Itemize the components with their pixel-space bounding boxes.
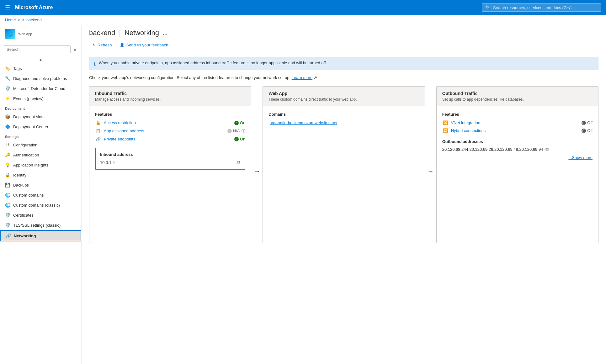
deployment-center-icon: 🔷 <box>5 124 10 129</box>
sidebar-app-icon: 🌐 <box>5 29 15 39</box>
feature-row-access-restriction: 🔒 Access restriction ✓ On <box>95 120 245 125</box>
sidebar-scroll-up[interactable]: ▲ <box>0 56 81 63</box>
vnet-icon: 🔀 <box>442 120 449 125</box>
refresh-icon: ↻ <box>92 43 96 47</box>
sidebar-item-deployment-center[interactable]: 🔷 Deployment Center <box>0 122 81 132</box>
inbound-traffic-body: Features 🔒 Access restriction ✓ On <box>89 106 251 175</box>
diagnose-icon: 🔧 <box>5 76 10 81</box>
sidebar-item-application-insights[interactable]: 💡 Application Insights <box>0 160 81 170</box>
sidebar-item-certificates[interactable]: 🛡️ Certificates <box>0 210 81 220</box>
topbar: ☰ Microsoft Azure 🔍 <box>0 0 606 15</box>
configuration-icon: ⠿ <box>5 142 10 147</box>
sidebar-item-diagnose[interactable]: 🔧 Diagnose and solve problems <box>0 73 81 83</box>
custom-domains-classic-icon: 🌐 <box>5 203 10 208</box>
app-assigned-link[interactable]: App assigned address <box>104 129 225 133</box>
domain-link[interactable]: jordanntierbackend.azurewebsites.net <box>268 120 337 125</box>
sidebar-item-networking[interactable]: 🔗 Networking <box>0 230 81 241</box>
main-layout: 🌐 Web App « ▲ 🏷️ Tags 🔧 Diagnose and sol… <box>0 25 606 364</box>
outbound-traffic-body: Features 🔀 VNet integration ◯ Off <box>437 106 598 166</box>
access-restriction-link[interactable]: Access restriction <box>104 120 232 125</box>
feature-row-hybrid: 🔁 Hybrid connections ◯ Off <box>442 128 593 133</box>
tls-icon: 🛡️ <box>5 223 10 228</box>
tags-icon: 🏷️ <box>5 66 10 71</box>
feedback-icon: 👤 <box>120 43 125 47</box>
outbound-addresses-copy-button[interactable]: ⧉ <box>545 146 549 152</box>
web-app-body: Domains jordanntierbackend.azurewebsites… <box>263 106 424 131</box>
inbound-address-value: 10.0.1.4 <box>100 160 115 165</box>
hamburger-menu[interactable]: ☰ <box>5 4 10 11</box>
arrow-webapp-to-outbound: → <box>425 168 436 175</box>
inbound-address-copy-button[interactable]: ⧉ <box>237 160 240 165</box>
content-area: ℹ When you enable private endpoints, app… <box>82 52 606 364</box>
toolbar: ↻ Refresh 👤 Send us your feedback <box>89 41 598 52</box>
outbound-traffic-card: Outbound Traffic Set up calls to app dep… <box>436 86 598 243</box>
sidebar: 🌐 Web App « ▲ 🏷️ Tags 🔧 Diagnose and sol… <box>0 25 82 364</box>
sidebar-item-defender[interactable]: 🛡️ Microsoft Defender for Cloud <box>0 83 81 93</box>
feedback-button[interactable]: 👤 Send us your feedback <box>116 41 171 49</box>
breadcrumb: Home > > backend <box>0 15 606 25</box>
private-endpoints-icon: 🔗 <box>95 137 101 141</box>
sidebar-item-tags[interactable]: 🏷️ Tags <box>0 63 81 73</box>
vnet-status: ◯ Off <box>582 120 593 125</box>
backups-icon: 💾 <box>5 182 10 187</box>
learn-more-link[interactable]: Learn more <box>292 75 312 80</box>
sidebar-item-custom-domains[interactable]: 🌐 Custom domains <box>0 190 81 200</box>
private-endpoints-status-circle: ✓ <box>234 137 239 141</box>
domains-label: Domains <box>268 112 419 117</box>
web-app-title: Web App <box>268 91 419 96</box>
private-endpoints-status: ✓ On <box>234 137 245 141</box>
inbound-features-label: Features <box>95 112 245 117</box>
sidebar-item-backups[interactable]: 💾 Backups <box>0 180 81 190</box>
main-content: backend | Networking ... ↻ Refresh 👤 Sen… <box>82 25 606 364</box>
events-icon: ⚡ <box>5 96 10 101</box>
breadcrumb-current[interactable]: backend <box>26 18 42 22</box>
outbound-traffic-desc: Set up calls to app dependencies like da… <box>442 97 593 102</box>
resource-name: backend <box>89 29 115 37</box>
inbound-traffic-header: Inbound Traffic Manage access and incomi… <box>89 87 251 106</box>
sidebar-item-authentication[interactable]: 🔑 Authentication <box>0 150 81 160</box>
global-search-input[interactable] <box>493 5 598 10</box>
outbound-traffic-title: Outbound Traffic <box>442 91 593 96</box>
page-name: Networking <box>125 29 159 37</box>
sidebar-item-deployment-slots[interactable]: 📦 Deployment slots <box>0 112 81 122</box>
certificates-icon: 🛡️ <box>5 213 10 218</box>
custom-domains-icon: 🌐 <box>5 193 10 198</box>
description: Check your web app's networking configur… <box>89 75 598 80</box>
vnet-link[interactable]: VNet integration <box>451 120 579 125</box>
access-restriction-status-circle: ✓ <box>234 121 239 125</box>
global-search-box[interactable]: 🔍 <box>482 3 601 12</box>
show-more-link[interactable]: ...Show more <box>442 155 593 160</box>
private-endpoints-status-text: On <box>240 137 245 141</box>
networking-icon: 🔗 <box>6 233 11 238</box>
section-deployment: Deployment <box>0 103 81 112</box>
sidebar-item-identity[interactable]: 🔒 Identity <box>0 170 81 180</box>
sidebar-collapse-button[interactable]: « <box>72 46 77 53</box>
private-endpoints-link[interactable]: Private endpoints <box>104 137 232 141</box>
app-assigned-info-icon: ⓘ <box>242 128 245 134</box>
inbound-traffic-card: Inbound Traffic Manage access and incomi… <box>89 86 251 243</box>
hybrid-status-text: Off <box>587 128 593 133</box>
sidebar-item-configuration[interactable]: ⠿ Configuration <box>0 140 81 150</box>
inbound-address-label: Inbound address <box>100 152 240 157</box>
app-title: Microsoft Azure <box>15 5 53 10</box>
feedback-label: Send us your feedback <box>126 43 168 47</box>
inbound-traffic-title: Inbound Traffic <box>95 91 245 96</box>
sidebar-item-custom-domains-classic[interactable]: 🌐 Custom domains (classic) <box>0 200 81 210</box>
sidebar-app-label: Web App <box>18 32 32 36</box>
section-settings: Settings <box>0 132 81 140</box>
deployment-slots-icon: 📦 <box>5 114 10 119</box>
sidebar-item-tls-ssl[interactable]: 🛡️ TLS/SSL settings (classic) <box>0 220 81 230</box>
sidebar-search-input[interactable] <box>4 45 71 53</box>
web-app-card: Web App These custom domains direct traf… <box>263 86 425 243</box>
hybrid-status: ◯ Off <box>582 128 593 133</box>
hybrid-link[interactable]: Hybrid connections <box>451 128 579 133</box>
access-restriction-status: ✓ On <box>234 120 245 125</box>
info-icon: ℹ <box>94 61 96 67</box>
refresh-button[interactable]: ↻ Refresh <box>89 41 115 49</box>
feature-row-app-assigned: 📋 App assigned address – N/A ⓘ <box>95 128 245 134</box>
breadcrumb-home[interactable]: Home <box>5 18 16 22</box>
page-ellipsis[interactable]: ... <box>163 30 167 36</box>
app-assigned-status-circle: – <box>227 129 232 133</box>
sidebar-item-events[interactable]: ⚡ Events (preview) <box>0 93 81 103</box>
app-assigned-status: – N/A ⓘ <box>227 128 246 134</box>
